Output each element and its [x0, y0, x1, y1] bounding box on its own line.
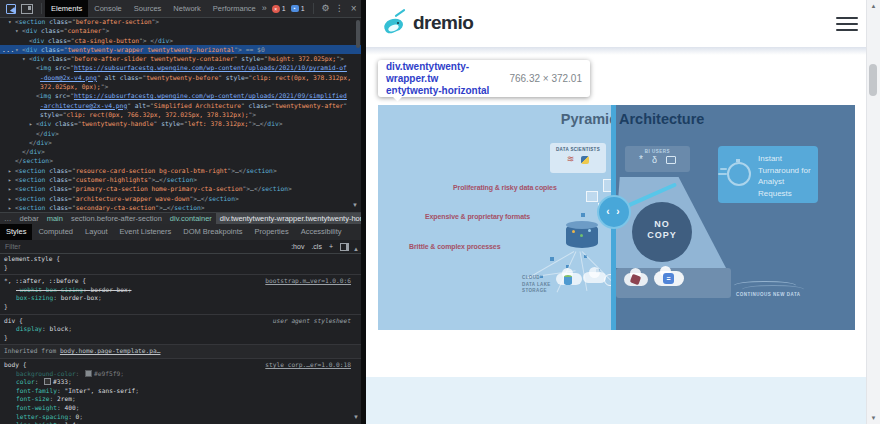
dom-tree-node[interactable]: ▾<section class="before-after-section"> [0, 17, 361, 26]
expand-arrow-icon[interactable]: ▸ [8, 203, 12, 212]
cloud-icon [556, 273, 582, 285]
css-declaration[interactable]: color: #333; [0, 378, 361, 387]
expand-arrow-icon[interactable]: ▸ [8, 194, 12, 203]
dom-tree-node[interactable]: ▾<div class="before-after-slider twentyt… [0, 54, 361, 63]
issues-badge[interactable]: ▪1 [291, 5, 305, 12]
css-declaration[interactable]: font-weight: 400; [0, 404, 361, 413]
next-section-background [366, 377, 867, 424]
css-declaration[interactable]: display: block; [0, 325, 361, 334]
scroll-up-icon[interactable]: ▲ [353, 246, 359, 252]
powerbi-icon [666, 156, 676, 164]
style-rule[interactable]: body {style_corp.…er=1.0.0:18background-… [0, 359, 361, 424]
dom-tree: ▾<section class="before-after-section">▾… [0, 17, 361, 212]
after-image: Architecture BI USERS * δ NO COPY Ins [614, 105, 855, 330]
styles-tab-dom-breakpoints[interactable]: DOM Breakpoints [177, 224, 248, 240]
styles-tab-styles[interactable]: Styles [0, 224, 32, 240]
styles-tab-computed[interactable]: Computed [32, 224, 79, 240]
css-declaration[interactable]: letter-spacing: 0; [0, 413, 361, 422]
stylesheet-link[interactable]: style_corp.…er=1.0.0:18 [265, 361, 351, 370]
color-swatch[interactable] [85, 370, 92, 377]
dom-tree-node[interactable]: ▸<section class="architecture-wrapper wa… [0, 194, 361, 203]
kebab-menu-icon[interactable]: ⋮ [335, 0, 344, 17]
expand-arrow-icon[interactable]: ▸ [8, 166, 12, 175]
styles-tab-properties[interactable]: Properties [248, 224, 294, 240]
dremio-logo[interactable]: dremio [382, 8, 473, 38]
style-rule[interactable]: element.style {} [0, 253, 361, 275]
dom-tree-node[interactable]: <img src="https://subsurfacestg.wpengine… [0, 91, 361, 100]
page-scrollbar[interactable]: ▲ ▼ [866, 0, 880, 424]
tab-sources[interactable]: Sources [128, 0, 168, 17]
scrollbar-thumb[interactable] [869, 64, 877, 96]
expand-arrow-icon[interactable]: ▸ [29, 119, 33, 128]
toggle-hover-state-button[interactable]: :hov [291, 243, 304, 250]
tab-elements[interactable]: Elements [45, 0, 88, 17]
dom-tree-node[interactable]: </div> [0, 138, 361, 147]
dom-tree-node[interactable]: ▸<section class="primary-cta-section hom… [0, 184, 361, 193]
style-rule[interactable]: *, ::after, ::before {bootstrap.m…ver=1.… [0, 275, 361, 314]
color-swatch[interactable] [44, 378, 51, 385]
dom-tree-node[interactable]: ▸<section class="customer-highlights">…<… [0, 175, 361, 184]
close-devtools-icon[interactable]: × [351, 0, 357, 17]
styles-tab-accessibility[interactable]: Accessibility [295, 224, 348, 240]
expand-arrow-icon[interactable]: ▾ [8, 17, 12, 26]
styles-filter-input[interactable]: Filter [0, 243, 21, 250]
hamburger-menu-icon[interactable] [836, 17, 858, 31]
dom-tree-node[interactable]: -doom@2x-v4.png" alt class="twentytwenty… [0, 73, 361, 82]
device-toolbar-icon[interactable] [21, 4, 33, 14]
dom-tree-node[interactable]: </div> [0, 147, 361, 156]
scroll-down-icon[interactable]: ▼ [353, 414, 359, 420]
dom-tree-node[interactable]: </section> [0, 156, 361, 165]
new-style-rule-button[interactable]: + [329, 243, 333, 250]
stylesheet-link[interactable]: bootstrap.m…ver=1.0.0:6 [265, 277, 351, 286]
expand-arrow-icon[interactable]: ▸ [8, 184, 12, 193]
scroll-down-icon[interactable]: ▼ [352, 202, 358, 208]
expand-arrow-icon[interactable]: ▾ [15, 45, 19, 54]
dom-tree-node[interactable]: </div> [0, 129, 361, 138]
dom-tree-node[interactable]: ▸<section class="resource-card-section b… [0, 166, 361, 175]
computed-sidebar-toggle-icon[interactable] [340, 243, 349, 251]
elements-scrollbar-thumb[interactable] [356, 20, 360, 48]
dom-tree-node[interactable]: ▸<div class="twentytwenty-handle" style=… [0, 119, 361, 128]
webpage-viewport: dremio div.twentytwenty-wrapper.tw entyt… [366, 0, 867, 424]
tooltip-dimensions: 766.32 × 372.01 [509, 73, 582, 84]
dom-tree-node[interactable]: <img src="https://subsurfacestg.wpengine… [0, 63, 361, 72]
error-badge[interactable]: ×1 [272, 5, 286, 13]
inherited-source-link[interactable]: body.home.page-template.pa… [60, 347, 161, 354]
dom-tree-node[interactable]: style="clip: rect(0px, 766.32px, 372.025… [0, 110, 361, 119]
slider-handle[interactable]: ‹ › [597, 195, 631, 229]
scrollbar-up-icon[interactable]: ▲ [867, 3, 880, 9]
styles-tab-layout[interactable]: Layout [79, 224, 114, 240]
settings-gear-icon[interactable]: ⚙ [322, 0, 330, 17]
dom-tree-node[interactable]: ▾<div class="twentytwenty-wrapper twenty… [0, 45, 361, 54]
css-declaration[interactable]: font-size: 2rem; [0, 395, 361, 404]
expand-arrow-icon[interactable]: ▾ [22, 54, 26, 63]
cloud-icon [624, 273, 648, 286]
styles-tab-event-listeners[interactable]: Event Listeners [114, 224, 178, 240]
expand-arrow-icon[interactable]: ▾ [15, 26, 19, 35]
css-declaration[interactable]: background-color: #e9f5f9; [0, 370, 361, 379]
mini-database-icon [564, 275, 572, 285]
dom-tree-node[interactable]: ▾<div class="container"> [0, 26, 361, 35]
css-declaration[interactable]: box-sizing: border-box; [0, 294, 361, 303]
dom-tree-node[interactable]: -architecture@2x-v4.png" alt="Simplified… [0, 101, 361, 110]
bi-users-badge: BI USERS * δ [625, 146, 690, 172]
inspect-element-icon[interactable] [6, 4, 16, 14]
tab-console[interactable]: Console [88, 0, 128, 17]
before-image: Pyramid DATA SCIENTISTS ≋ Proliferating … [378, 105, 614, 330]
more-tabs-icon[interactable]: » [262, 0, 267, 17]
stylesheet-link[interactable]: user agent stylesheet [273, 317, 351, 326]
dom-tree-node[interactable]: ▸<section class="secondary-cta-section">… [0, 203, 361, 212]
dom-tree-node[interactable]: 372.025px, 0px);"> [0, 82, 361, 91]
css-declaration[interactable]: font-family: "Inter", sans-serif; [0, 387, 361, 396]
tab-network[interactable]: Network [167, 0, 207, 17]
style-rule[interactable]: div {user agent stylesheetdisplay: block… [0, 315, 361, 346]
scrollbar-down-icon[interactable]: ▼ [867, 415, 880, 421]
toggle-class-button[interactable]: .cls [311, 243, 322, 250]
issues-icon: ▪ [291, 5, 299, 12]
source-lake-icon: = [663, 273, 674, 284]
css-declaration[interactable]: -webkit-box-sizing: border-box; [0, 286, 361, 295]
cloud-icon [583, 272, 606, 283]
tab-performance[interactable]: Performance [207, 0, 262, 17]
dom-tree-node[interactable]: <div class="cta-single-button"> </div> [0, 36, 361, 45]
expand-arrow-icon[interactable]: ▸ [8, 175, 12, 184]
